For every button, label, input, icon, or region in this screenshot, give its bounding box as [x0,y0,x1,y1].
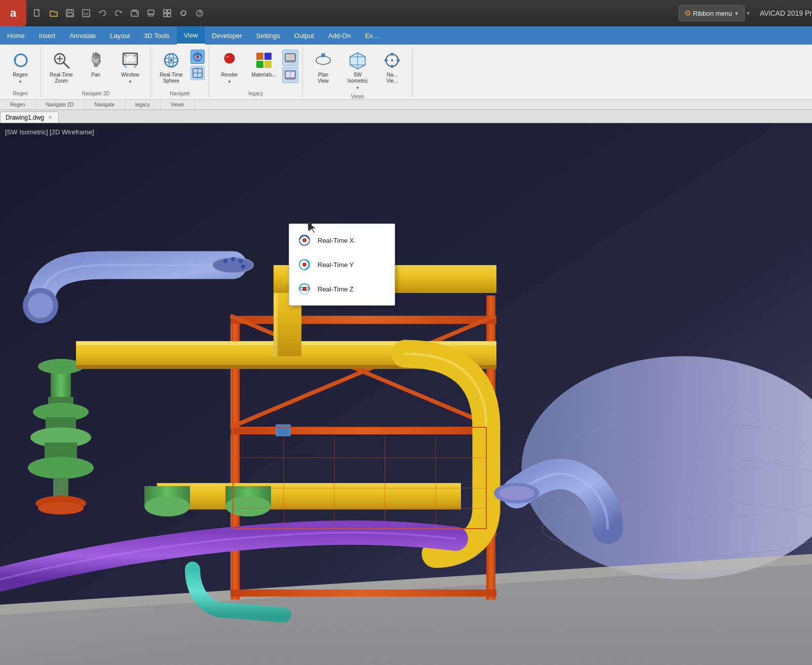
nav-views-button[interactable]: Na...Vie... [376,48,408,88]
svg-point-107 [499,486,534,500]
realtime-y-item[interactable]: Real-Time Y [289,252,395,277]
menu-output[interactable]: Output [287,26,321,45]
svg-line-19 [64,63,69,68]
svg-point-60 [391,59,393,61]
svg-rect-77 [230,589,496,597]
plot-button[interactable] [128,6,142,20]
ribbon-menu-label: Ribbon menu [693,10,732,17]
menu-bar: Home Insert Annotate Layout 3D Tools Vie… [0,26,812,45]
pan-button[interactable]: Pan [80,48,112,88]
svg-point-86 [239,259,243,263]
svg-rect-10 [164,10,167,13]
regen-group-items: Regen ▼ [4,47,36,90]
realtime-z-label: Real-Time Z [318,285,354,293]
navigate2d-group-label: Navigate 2D [82,90,109,97]
svg-rect-38 [264,53,272,60]
ribbon-group-navigate2d: Real-TimeZoom [41,47,151,97]
menu-settings[interactable]: Settings [249,26,287,45]
plan-view-icon [313,50,333,70]
svg-point-98 [38,502,84,514]
print-button[interactable] [144,6,158,20]
window-icon [120,50,140,70]
dropdown-arrow-icon: ▼ [734,11,739,16]
nav-y-button[interactable] [190,66,205,80]
materials-button[interactable]: Materials... [248,48,280,88]
navigate-tab-label: Navigate [85,100,125,109]
pan-icon [86,50,106,70]
doc-close-button[interactable]: ✕ [47,114,53,121]
render-extra1-button[interactable] [282,50,298,66]
help-button[interactable]: ? [192,6,207,20]
menu-addon[interactable]: Add-On [321,26,358,45]
menu-3dtools[interactable]: 3D Tools [137,26,176,45]
save-button[interactable] [63,6,77,20]
render-button[interactable]: Render ▼ [213,48,246,88]
new-button[interactable] [30,6,45,20]
realtime-zoom-button[interactable]: Real-TimeZoom [45,48,78,88]
render-extra2-button[interactable] [282,67,298,83]
undo-button[interactable] [95,6,109,20]
app-logo[interactable]: a [0,0,26,26]
navigate3d-group-label: Navigate [170,90,189,97]
window-button[interactable]: Window ▼ [114,48,146,88]
render-label: Render [221,72,238,78]
realtime-z-icon [297,282,312,296]
svg-rect-12 [164,14,167,17]
render-items: Render ▼ Materials... [213,47,298,90]
menu-view[interactable]: View [177,26,205,45]
svg-text:SA: SA [84,12,89,16]
svg-rect-37 [256,53,263,60]
realtime-y-label: Real-Time Y [318,261,354,269]
realtime-z-item[interactable]: Real-Time Z [289,277,395,301]
realtime-sphere-button[interactable]: Real-TimeSphere [155,48,187,88]
svg-rect-74 [230,316,496,324]
sphere-icon [161,50,181,70]
svg-rect-75 [230,427,496,434]
svg-point-95 [28,457,94,479]
navigate2d-tab-label: Navigate 2D [35,100,84,109]
menu-insert[interactable]: Insert [32,26,63,45]
svg-point-87 [241,265,245,269]
sw-isometric-dropdown-arrow: ▼ [356,86,360,90]
svg-point-56 [391,53,394,56]
svg-rect-11 [168,10,171,13]
ribbon-menu-selector[interactable]: ⚙ Ribbon menu ▼ [679,5,745,21]
svg-point-58 [384,59,388,62]
sphere-label: Real-TimeSphere [160,72,183,84]
svg-rect-39 [256,61,263,68]
sw-isometric-button[interactable]: SWIsometric ▼ [341,48,374,92]
svg-point-50 [322,54,325,57]
view-area[interactable]: [SW Isometric] [2D Wireframe] [0,123,812,665]
svg-point-81 [28,293,53,318]
regen-tab-label: Regen [0,100,35,109]
dropdown-menu: Real-Time X Real-Time Y [289,224,395,306]
regen-button[interactable]: Regen ▼ [4,48,36,88]
view-toggle-button[interactable] [160,6,174,20]
scene-canvas [0,123,812,665]
realtime-x-label: Real-Time X [318,237,354,244]
render-icon [219,50,240,70]
orbit-button[interactable] [176,6,190,20]
open-button[interactable] [47,6,61,20]
menu-developer[interactable]: Developer [205,26,249,45]
nav-x-button[interactable] [190,50,205,64]
menu-home[interactable]: Home [0,26,32,45]
regen-group-label: Regen [13,90,27,97]
plan-view-button[interactable]: PlanView [307,48,339,88]
main-area: [SW Isometric] [2D Wireframe] [0,123,812,665]
document-tab[interactable]: Drawing1.dwg ✕ [0,112,59,123]
realtime-x-item[interactable]: Real-Time X [289,228,395,252]
regen-icon [10,50,30,70]
materials-label: Materials... [252,72,277,78]
app-title: AViCAD 2019 Pr [760,9,812,17]
menu-extra[interactable]: Ex... [358,26,385,45]
menu-layout[interactable]: Layout [103,26,137,45]
nav-views-label: Na...Vie... [386,72,398,84]
redo-button[interactable] [111,6,126,20]
realtime-x-icon [297,233,312,247]
ribbon-group-views: PlanView SWIsometric ▼ [303,47,413,97]
save-as-button[interactable]: SA [79,6,93,20]
views-items: PlanView SWIsometric ▼ [307,47,408,93]
menu-annotate[interactable]: Annotate [62,26,103,45]
zoom-icon [51,50,71,70]
